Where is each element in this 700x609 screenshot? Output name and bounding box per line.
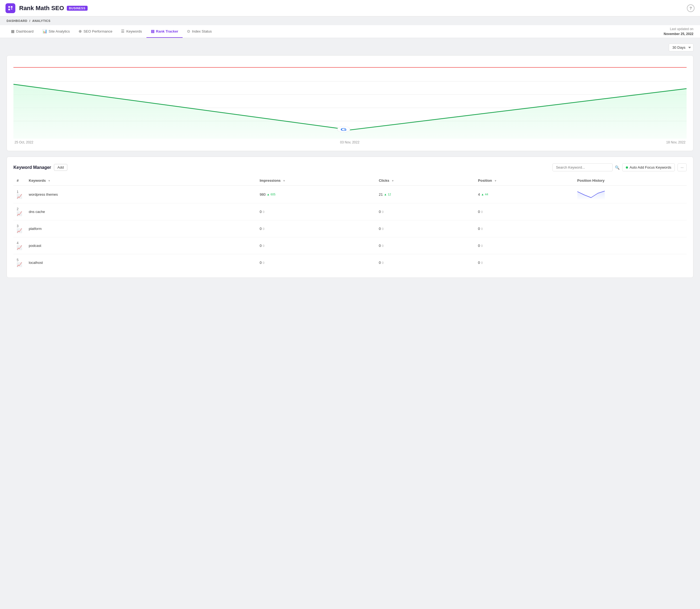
sparkline — [577, 189, 605, 199]
row-position: 0 0 — [475, 203, 574, 220]
clicks-number: 0 — [379, 244, 381, 248]
position-number: 4 — [478, 192, 480, 196]
row-clicks: 0 0 — [376, 237, 475, 254]
row-position: 0 0 — [475, 254, 574, 271]
impressions-value: 0 0 — [259, 227, 372, 231]
row-position-history — [574, 254, 687, 271]
row-position-history — [574, 203, 687, 220]
clicks-change: 0 — [382, 210, 383, 213]
row-clicks: 21 ▲ 12 — [376, 186, 475, 203]
help-button[interactable]: ? — [687, 4, 695, 12]
row-num: 1📈 — [13, 186, 25, 203]
app-badge: BUSINESS — [67, 6, 88, 11]
auto-add-label: Auto Add Focus Keywords — [630, 165, 671, 170]
row-num: 3📈 — [13, 220, 25, 237]
table-row: 1📈wordpress themes 980 ▲ 605 21 ▲ 12 4 ▲… — [13, 186, 687, 203]
row-impressions: 980 ▲ 605 — [256, 186, 375, 203]
position-number: 0 — [478, 210, 480, 214]
search-wrap: 🔍 — [552, 163, 619, 171]
clicks-number: 0 — [379, 261, 381, 265]
impressions-number: 0 — [259, 261, 261, 265]
add-keyword-button[interactable]: Add — [54, 164, 67, 171]
svg-text:G: G — [341, 127, 347, 132]
more-options-button[interactable]: ··· — [678, 163, 687, 171]
impressions-number: 0 — [259, 210, 261, 214]
row-keyword: wordpress themes — [25, 186, 256, 203]
clicks-change: 0 — [382, 261, 383, 264]
tab-rank-tracker-label: Rank Tracker — [156, 29, 178, 33]
position-change: 0 — [481, 244, 483, 247]
table-row: 4📈podcast 0 0 0 0 0 0 — [13, 237, 687, 254]
col-header-impressions[interactable]: Impressions ▼ — [256, 176, 375, 186]
trend-icon: 📈 — [17, 245, 22, 250]
seo-performance-icon: ⊕ — [79, 29, 82, 33]
tab-site-analytics-label: Site Analytics — [49, 29, 70, 33]
chart-date-mid: 03 Nov, 2022 — [340, 140, 359, 144]
index-status-icon: ⊙ — [187, 29, 190, 33]
chart-dates: 25 Oct, 2022 03 Nov, 2022 18 Nov, 2022 — [13, 140, 687, 144]
site-analytics-icon: 📊 — [42, 29, 47, 33]
impressions-change: 0 — [263, 227, 264, 230]
breadcrumb-separator: / — [29, 19, 30, 22]
row-impressions: 0 0 — [256, 220, 375, 237]
clicks-sort-icon: ▼ — [391, 179, 394, 182]
row-keyword: localhost — [25, 254, 256, 271]
col-header-clicks[interactable]: Clicks ▼ — [376, 176, 475, 186]
position-value: 0 0 — [478, 210, 571, 214]
date-filter-select[interactable]: 7 Days 15 Days 30 Days 90 Days — [669, 44, 694, 51]
tab-index-status-label: Index Status — [192, 29, 211, 33]
last-updated-date: November 25, 2022 — [664, 32, 694, 36]
rank-tracker-icon: ▤ — [151, 29, 154, 33]
row-position-history — [574, 220, 687, 237]
chart-date-end: 18 Nov, 2022 — [666, 140, 686, 144]
tab-rank-tracker[interactable]: ▤ Rank Tracker — [147, 25, 183, 38]
app-header: Rank Math SEO BUSINESS ? — [0, 0, 700, 16]
breadcrumb: DASHBOARD / ANALYTICS — [0, 16, 700, 25]
tab-index-status[interactable]: ⊙ Index Status — [183, 25, 216, 38]
auto-add-focus-keywords-button[interactable]: Auto Add Focus Keywords — [622, 163, 675, 171]
auto-add-status-dot — [626, 167, 628, 169]
col-header-keywords[interactable]: Keywords ▼ — [25, 176, 256, 186]
position-change: 0 — [481, 210, 483, 213]
trend-icon: 📈 — [17, 228, 22, 233]
keyword-manager-title: Keyword Manager — [13, 165, 51, 170]
impressions-change: 0 — [263, 261, 264, 264]
keyword-search-input[interactable] — [552, 163, 613, 171]
row-keyword: podcast — [25, 237, 256, 254]
col-header-position[interactable]: Position ▼ — [475, 176, 574, 186]
tabs-bar: ▦ Dashboard 📊 Site Analytics ⊕ SEO Perfo… — [0, 25, 700, 38]
clicks-value: 0 0 — [379, 210, 472, 214]
position-value: 0 0 — [478, 244, 571, 248]
clicks-value: 21 ▲ 12 — [379, 192, 472, 196]
position-number: 0 — [478, 227, 480, 231]
tab-dashboard[interactable]: ▦ Dashboard — [6, 25, 38, 38]
table-header-row: # Keywords ▼ Impressions ▼ Clicks ▼ Posi… — [13, 176, 687, 186]
search-icon: 🔍 — [615, 165, 619, 170]
impressions-value: 0 0 — [259, 244, 372, 248]
tab-dashboard-label: Dashboard — [16, 29, 34, 33]
breadcrumb-parent[interactable]: DASHBOARD — [6, 19, 28, 22]
row-position-history — [574, 186, 687, 203]
tab-seo-performance[interactable]: ⊕ SEO Performance — [74, 25, 117, 38]
row-impressions: 0 0 — [256, 237, 375, 254]
table-row: 2📈dns cache 0 0 0 0 0 0 — [13, 203, 687, 220]
impressions-change: ▲ 605 — [267, 193, 275, 196]
row-keyword: dns cache — [25, 203, 256, 220]
main-content: 7 Days 15 Days 30 Days 90 Days — [0, 38, 700, 289]
clicks-change: ▲ 12 — [384, 193, 391, 196]
position-value: 4 ▲ 44 — [478, 192, 571, 196]
clicks-number: 21 — [379, 192, 383, 196]
tab-site-analytics[interactable]: 📊 Site Analytics — [38, 25, 74, 38]
last-updated: Last updated on November 25, 2022 — [664, 27, 694, 36]
clicks-number: 0 — [379, 227, 381, 231]
tab-keywords[interactable]: ☰ Keywords — [117, 25, 146, 38]
impressions-change: 0 — [263, 244, 264, 247]
app-logo — [5, 3, 15, 13]
row-impressions: 0 0 — [256, 254, 375, 271]
row-position-history — [574, 237, 687, 254]
row-num: 2📈 — [13, 203, 25, 220]
clicks-value: 0 0 — [379, 261, 472, 265]
keywords-icon: ☰ — [121, 29, 124, 33]
sparkline-svg — [577, 189, 605, 199]
position-sort-icon: ▼ — [494, 179, 497, 182]
